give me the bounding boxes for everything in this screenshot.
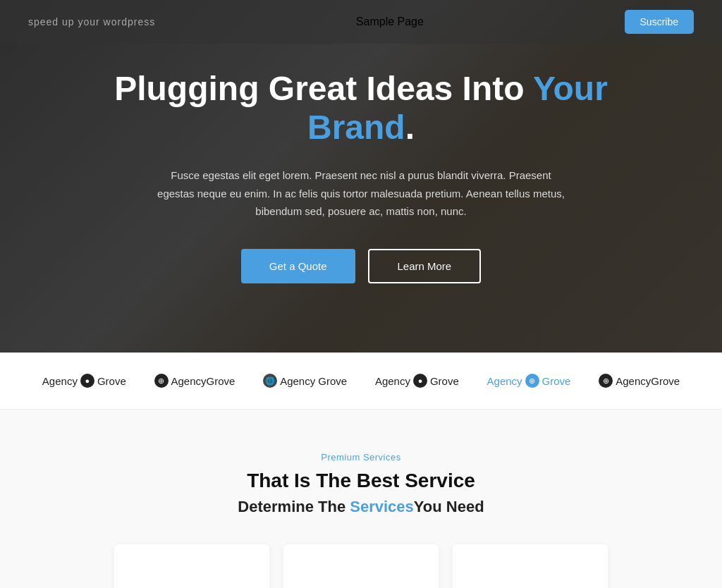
logos-bar: Agency ● Grove ⊕ AgencyGrove 🌐 Agency Gr… <box>0 353 722 410</box>
service-card-1 <box>114 544 269 588</box>
services-subtitle-part1: Determine The <box>238 498 350 515</box>
service-card-2 <box>283 544 439 588</box>
logo-text-before-1: Agency <box>42 375 78 387</box>
navbar-sample-page-link[interactable]: Sample Page <box>356 16 424 28</box>
hero-title-text1: Plugging Great Ideas Into <box>114 70 533 107</box>
hero-buttons: Get a Quote Learn More <box>241 249 481 283</box>
logo-icon-4: ● <box>413 374 427 388</box>
logo-item-3: 🌐 Agency Grove <box>263 374 347 388</box>
logo-item-2: ⊕ AgencyGrove <box>154 374 235 388</box>
logo-text-before-5: Agency <box>487 375 522 387</box>
logo-text-6: AgencyGrove <box>616 375 680 387</box>
logo-item-4: Agency ● Grove <box>375 374 459 388</box>
navbar-logo: speed up your wordpress <box>28 16 155 27</box>
logo-text-after-4: Grove <box>430 375 459 387</box>
logo-text-after-1: Grove <box>97 375 126 387</box>
logo-item-1: Agency ● Grove <box>42 374 126 388</box>
logo-text-before-4: Agency <box>375 375 410 387</box>
logo-icon-6: ⊕ <box>599 374 613 388</box>
learn-more-button[interactable]: Learn More <box>368 249 482 283</box>
services-subtitle: Determine The ServicesYou Need <box>28 498 694 516</box>
logo-text-2: AgencyGrove <box>171 375 235 387</box>
subscribe-button[interactable]: Suscribe <box>625 10 694 34</box>
navbar: speed up your wordpress Sample Page Susc… <box>0 0 722 44</box>
hero-section: Plugging Great Ideas Into Your Brand. Fu… <box>0 0 722 353</box>
logo-text-3: Agency Grove <box>280 375 347 387</box>
service-card-3 <box>453 544 608 588</box>
logo-text-after-5: Grove <box>542 375 571 387</box>
hero-title-end: . <box>405 109 415 146</box>
logo-icon-3: 🌐 <box>263 374 277 388</box>
logo-icon-5: ⊕ <box>525 374 539 388</box>
logo-icon-1: ● <box>80 374 94 388</box>
logo-icon-2: ⊕ <box>154 374 169 388</box>
services-label: Premium Services <box>28 452 694 463</box>
hero-description: Fusce egestas elit eget lorem. Praesent … <box>157 166 565 221</box>
get-quote-button[interactable]: Get a Quote <box>241 249 355 283</box>
services-subtitle-highlight: Services <box>350 498 414 515</box>
hero-title: Plugging Great Ideas Into Your Brand. <box>114 69 608 147</box>
logo-item-5: Agency ⊕ Grove <box>487 374 571 388</box>
logo-item-6: ⊕ AgencyGrove <box>599 374 680 388</box>
services-title: That Is The Best Service <box>28 470 694 492</box>
services-subtitle-part2: You Need <box>414 498 484 515</box>
cards-row <box>28 544 694 588</box>
services-section: Premium Services That Is The Best Servic… <box>0 410 722 588</box>
